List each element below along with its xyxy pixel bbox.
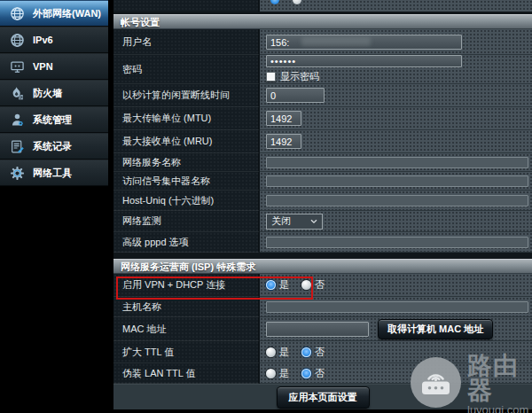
- access-concentrator-input[interactable]: [266, 175, 528, 187]
- row-internet-detection: 网络监测 关闭: [113, 211, 532, 232]
- spoof-lan-ttl-no-radio[interactable]: [301, 369, 311, 378]
- sidebar-item-vpn[interactable]: VPN: [0, 53, 108, 80]
- sidebar-item-ipv6[interactable]: IPv6: [0, 27, 108, 53]
- show-password-checkbox[interactable]: [266, 72, 276, 82]
- vpn-dhcp-yes-radio[interactable]: [266, 280, 276, 290]
- apply-button[interactable]: 应用本页面设置: [277, 386, 370, 409]
- row-idle-time: 以秒计算的闲置断线时间: [113, 84, 532, 107]
- spoof-lan-ttl-label: 伪装 LAN TTL 值: [113, 363, 260, 384]
- username-input[interactable]: [266, 35, 462, 50]
- row-password: 密码 显示密码: [113, 55, 532, 84]
- row-hostname: 主机名称: [113, 297, 532, 317]
- row-username: 用户名: [113, 29, 532, 55]
- host-uniq-label: Host-Uniq (十六进制): [113, 191, 260, 211]
- sidebar-item-system-log[interactable]: 系统记录: [0, 133, 108, 160]
- pppd-options-input[interactable]: [266, 237, 528, 248]
- mtu-input[interactable]: [266, 111, 301, 126]
- extend-ttl-no-radio[interactable]: [301, 347, 311, 357]
- row-host-uniq: Host-Uniq (十六进制): [113, 191, 532, 211]
- select-value: 关闭: [271, 214, 291, 228]
- pppd-options-label: 高级 pppd 选项: [113, 232, 260, 253]
- mru-label: 最大接收单位 (MRU): [113, 130, 260, 153]
- clipped-radio: [293, 0, 301, 4]
- access-concentrator-label: 访问信号集中器名称: [113, 172, 260, 191]
- clipped-top-row: [113, 0, 532, 12]
- watermark-text: 路由器 luyouqi.com: [467, 354, 532, 413]
- username-label: 用户名: [113, 29, 260, 55]
- hostname-label: 主机名称: [113, 297, 260, 317]
- row-service-name: 网络服务名称: [113, 153, 532, 172]
- radio-label-yes: 是: [279, 367, 289, 380]
- row-vpn-dhcp: 启用 VPN + DHCP 连接 是 否: [113, 274, 532, 297]
- row-mtu: 最大传输单位 (MTU): [113, 107, 532, 130]
- sidebar-item-system-admin[interactable]: 系统管理: [0, 106, 108, 133]
- password-label: 密码: [113, 55, 260, 84]
- sidebar-item-firewall[interactable]: 防火墙: [0, 80, 108, 106]
- firewall-flame-icon: [10, 86, 25, 101]
- chevron-down-icon: [310, 219, 317, 224]
- service-name-label: 网络服务名称: [113, 153, 260, 172]
- vpn-dhcp-no-radio[interactable]: [301, 280, 311, 290]
- system-admin-icon: [10, 113, 25, 128]
- spoof-lan-ttl-yes-radio[interactable]: [266, 369, 276, 378]
- mru-input[interactable]: [266, 134, 301, 149]
- ipv6-globe-icon: [10, 33, 25, 48]
- mtu-label: 最大传输单位 (MTU): [113, 107, 260, 130]
- idle-time-input[interactable]: [266, 88, 325, 103]
- wan-settings-panel: 帐号设置 用户名 密码 显示密码 以秒计算的闲置断线时间 最大传输单位 (MTU…: [113, 0, 532, 409]
- hostname-input[interactable]: [266, 301, 528, 313]
- sidebar-item-label: 网络工具: [33, 167, 72, 180]
- service-name-input[interactable]: [266, 157, 528, 168]
- vpn-monitor-icon: [10, 59, 25, 74]
- radio-label-no: 否: [315, 346, 325, 359]
- sidebar-item-label: 系统记录: [33, 140, 72, 153]
- internet-detection-label: 网络监测: [113, 211, 260, 232]
- globe-icon: [10, 6, 25, 21]
- internet-detection-select[interactable]: 关闭: [266, 214, 323, 230]
- row-pppd-options: 高级 pppd 选项: [113, 232, 532, 253]
- section-header-isp: 网络服务运营商 (ISP) 特殊需求: [113, 259, 532, 274]
- extend-ttl-label: 扩大 TTL 值: [113, 341, 260, 363]
- watermark-router-icon: [411, 357, 461, 408]
- row-mac-address: MAC 地址 取得计算机 MAC 地址: [113, 317, 532, 341]
- row-access-concentrator: 访问信号集中器名称: [113, 172, 532, 191]
- sidebar-item-label: 外部网络(WAN): [33, 7, 101, 20]
- radio-label-yes: 是: [279, 346, 289, 359]
- clipped-radio: [270, 0, 279, 4]
- radio-label-yes: 是: [279, 278, 289, 292]
- radio-label-no: 否: [315, 367, 325, 380]
- sidebar-item-label: 防火墙: [33, 87, 62, 100]
- host-uniq-input[interactable]: [266, 195, 528, 206]
- show-password-label: 显示密码: [280, 70, 319, 83]
- radio-label-no: 否: [315, 278, 325, 292]
- idle-time-label: 以秒计算的闲置断线时间: [113, 84, 260, 107]
- vpn-dhcp-label: 启用 VPN + DHCP 连接: [113, 274, 260, 297]
- sidebar-item-label: VPN: [33, 61, 53, 72]
- password-input[interactable]: [266, 55, 462, 67]
- watermark-domain: luyouqi.com: [467, 404, 532, 413]
- extend-ttl-yes-radio[interactable]: [266, 347, 276, 357]
- sidebar-item-network-tools[interactable]: 网络工具: [0, 160, 108, 186]
- sidebar-item-label: IPv6: [33, 35, 53, 45]
- sidebar-item-wan[interactable]: 外部网络(WAN): [0, 0, 108, 27]
- get-mac-button[interactable]: 取得计算机 MAC 地址: [378, 319, 493, 339]
- system-log-icon: [10, 139, 25, 154]
- mac-address-label: MAC 地址: [113, 317, 260, 341]
- section-header-account: 帐号设置: [113, 14, 532, 29]
- row-mru: 最大接收单位 (MRU): [113, 130, 532, 153]
- sidebar-item-label: 系统管理: [33, 113, 72, 127]
- network-tools-gear-icon: [10, 166, 25, 181]
- mac-address-input[interactable]: [266, 322, 369, 337]
- watermark-title: 路由器: [467, 354, 532, 403]
- sidebar: 外部网络(WAN) IPv6 VPN 防火墙: [0, 0, 108, 186]
